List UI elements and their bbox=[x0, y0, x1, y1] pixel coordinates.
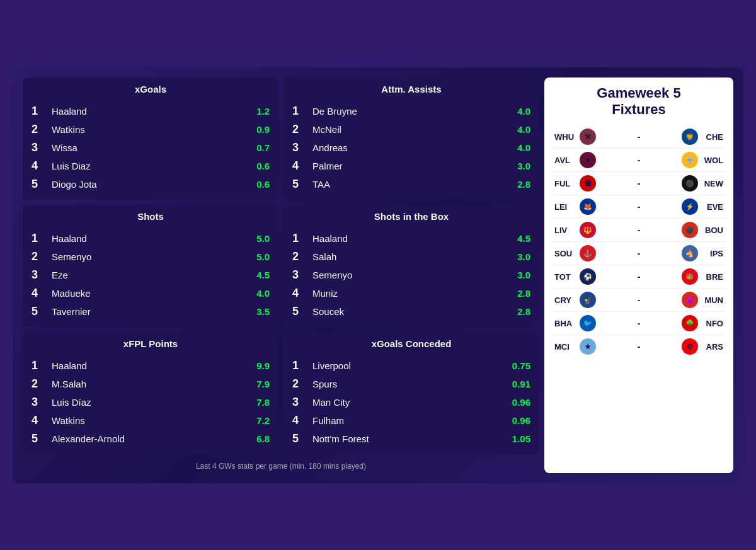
stat-rank: 5 bbox=[32, 178, 47, 191]
stat-row: 4 Palmer 3.0 bbox=[292, 157, 530, 175]
fixture-row: SOU ⚓ - 🐴 IPS bbox=[552, 242, 726, 265]
stat-name: Tavernier bbox=[47, 306, 256, 317]
stat-value: 4.5 bbox=[256, 270, 270, 280]
stat-name: TAA bbox=[307, 179, 517, 190]
stat-rank: 4 bbox=[292, 159, 307, 173]
stat-value: 0.75 bbox=[512, 360, 530, 371]
stat-rank: 3 bbox=[32, 268, 47, 282]
stat-name: Luis Diaz bbox=[47, 161, 256, 171]
stat-rank: 3 bbox=[32, 396, 47, 409]
attm-assists-box: Attm. Assists 1 De Bruyne 4.0 2 McNeil 4… bbox=[284, 77, 539, 200]
fixture-home-team: FUL 🏛 bbox=[554, 175, 617, 192]
stat-value: 4.0 bbox=[517, 124, 530, 135]
stat-rank: 5 bbox=[292, 305, 307, 318]
stat-rank: 4 bbox=[292, 287, 307, 300]
stat-row: 3 Andreas 4.0 bbox=[292, 139, 530, 157]
stat-row: 5 Alexander-Arnold 6.8 bbox=[32, 430, 270, 448]
away-badge: ⚙ bbox=[682, 338, 698, 355]
stat-name: M.Salah bbox=[47, 379, 256, 389]
shots-box-header: Shots in the Box bbox=[292, 211, 530, 224]
fixture-dash: - bbox=[638, 295, 641, 305]
stat-row: 1 Haaland 4.5 bbox=[292, 229, 530, 248]
stat-rank: 3 bbox=[292, 141, 307, 154]
stat-row: 3 Eze 4.5 bbox=[32, 266, 270, 284]
away-badge: 🌳 bbox=[682, 315, 698, 331]
stat-name: Semenyo bbox=[47, 251, 256, 262]
stat-row: 2 Watkins 0.9 bbox=[32, 120, 270, 139]
fixture-away-team: 🐝 BRE bbox=[660, 268, 723, 285]
stat-name: De Bruyne bbox=[307, 106, 517, 117]
stat-rank: 2 bbox=[32, 377, 47, 391]
stat-rank: 1 bbox=[292, 232, 307, 245]
fixture-row: BHA 🐦 - 🌳 NFO bbox=[552, 312, 726, 335]
stat-rank: 5 bbox=[32, 305, 47, 318]
shots-box-box: Shots in the Box 1 Haaland 4.5 2 Salah 3… bbox=[284, 205, 539, 327]
fixture-row: FUL 🏛 - ⚫ NEW bbox=[552, 172, 726, 195]
main-container: xGoals 1 Haaland 1.2 2 Watkins 0.9 3 Wis… bbox=[13, 67, 743, 483]
stat-row: 2 M.Salah 7.9 bbox=[32, 375, 270, 393]
stat-name: Andreas bbox=[307, 142, 517, 153]
stat-name: Soucek bbox=[307, 306, 517, 317]
stat-rank: 5 bbox=[32, 432, 47, 445]
stat-rank: 1 bbox=[32, 359, 47, 372]
home-badge: 🏛 bbox=[580, 175, 596, 192]
away-badge: ⚡ bbox=[682, 198, 698, 215]
stat-name: Man City bbox=[307, 397, 512, 408]
fixture-dash: - bbox=[638, 202, 641, 212]
stat-value: 0.96 bbox=[512, 397, 530, 408]
stat-row: 1 Haaland 5.0 bbox=[32, 229, 270, 248]
stat-name: Luis Díaz bbox=[47, 397, 256, 408]
stat-row: 4 Madueke 4.0 bbox=[32, 284, 270, 302]
stat-row: 4 Luis Diaz 0.6 bbox=[32, 157, 270, 175]
stat-rank: 2 bbox=[292, 123, 307, 136]
stat-value: 0.91 bbox=[512, 379, 530, 389]
fixture-home-team: TOT ⚽ bbox=[554, 268, 617, 285]
stat-row: 2 Semenyo 5.0 bbox=[32, 248, 270, 266]
fixture-away-team: ⚙ ARS bbox=[660, 338, 723, 355]
fixture-away-team: 🌳 NFO bbox=[660, 315, 723, 331]
fixture-home-team: BHA 🐦 bbox=[554, 315, 617, 331]
fixture-dash: - bbox=[638, 272, 641, 282]
stat-value: 4.5 bbox=[517, 233, 530, 244]
fixtures-box: Gameweek 5Fixtures WHU ⚒ - 🦁 CHE AVL ★ -… bbox=[544, 77, 733, 473]
stat-row: 1 Haaland 1.2 bbox=[32, 102, 270, 120]
fixture-home-team: CRY 🦅 bbox=[554, 292, 617, 308]
stat-name: Salah bbox=[307, 251, 517, 262]
home-badge: ⚒ bbox=[580, 129, 596, 145]
stat-value: 4.0 bbox=[517, 142, 530, 153]
stat-rank: 2 bbox=[292, 377, 307, 391]
stat-name: Liverpool bbox=[307, 360, 512, 371]
away-badge: ⚫ bbox=[682, 175, 698, 192]
stat-rank: 5 bbox=[292, 432, 307, 445]
fixture-away-team: ⚫ BOU bbox=[660, 222, 723, 238]
home-badge: 🦊 bbox=[580, 198, 596, 215]
fixture-away-team: 🦁 CHE bbox=[660, 129, 723, 145]
fixture-dash: - bbox=[638, 132, 641, 142]
stat-rank: 1 bbox=[292, 359, 307, 372]
home-badge: 🦅 bbox=[580, 292, 596, 308]
stat-value: 0.9 bbox=[256, 124, 270, 135]
stat-name: Muniz bbox=[307, 288, 517, 299]
away-badge: 🐴 bbox=[682, 245, 698, 261]
away-badge: 🦁 bbox=[682, 129, 698, 145]
stat-row: 2 Salah 3.0 bbox=[292, 248, 530, 266]
stat-name: Nott'm Forest bbox=[307, 433, 512, 444]
stat-rank: 3 bbox=[292, 396, 307, 409]
stat-value: 9.9 bbox=[256, 360, 270, 371]
attm-assists-header: Attm. Assists bbox=[292, 84, 530, 97]
stat-name: Watkins bbox=[47, 124, 256, 135]
shots-box: Shots 1 Haaland 5.0 2 Semenyo 5.0 3 Eze … bbox=[23, 205, 278, 327]
stat-name: Eze bbox=[47, 270, 256, 280]
stat-row: 5 Diogo Jota 0.6 bbox=[32, 175, 270, 193]
fixture-away-team: ⚡ EVE bbox=[660, 198, 723, 215]
stat-value: 2.8 bbox=[517, 288, 530, 299]
fixture-home-team: WHU ⚒ bbox=[554, 129, 617, 145]
fixture-dash: - bbox=[638, 341, 641, 352]
stat-name: McNeil bbox=[307, 124, 517, 135]
footer-note: Last 4 GWs stats per game (min. 180 mins… bbox=[23, 459, 539, 473]
stat-value: 5.0 bbox=[256, 251, 270, 262]
stat-value: 7.2 bbox=[256, 415, 270, 426]
xgoals-header: xGoals bbox=[32, 84, 270, 97]
stat-rank: 1 bbox=[292, 105, 307, 118]
fixture-row: AVL ★ - 🐺 WOL bbox=[552, 149, 726, 172]
